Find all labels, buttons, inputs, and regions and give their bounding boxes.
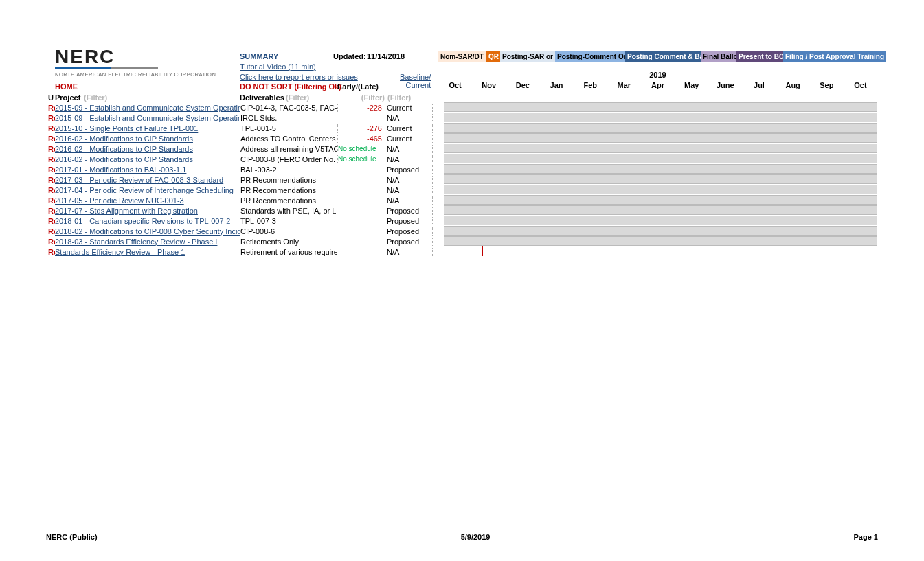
row-prefix: Re bbox=[48, 186, 55, 194]
gantt-row bbox=[444, 133, 877, 143]
month-header: Apr bbox=[641, 81, 675, 89]
deliverables-cell: BAL-003-2 bbox=[240, 165, 337, 174]
project-link[interactable]: 2017-01 - Modifications to BAL-003-1.1 bbox=[55, 165, 186, 174]
status-cell: N/A bbox=[385, 186, 433, 194]
month-header: Jan bbox=[539, 81, 573, 89]
project-link[interactable]: 2015-09 - Establish and Communicate Syst… bbox=[55, 104, 240, 112]
month-header: Feb bbox=[574, 81, 607, 89]
status-cell: Proposed bbox=[385, 227, 433, 236]
report-errors-link[interactable]: Click here to report errors or issues bbox=[240, 73, 358, 81]
project-link[interactable]: Standards Efficiency Review - Phase 1 bbox=[55, 248, 185, 256]
project-link[interactable]: 2018-03 - Standards Efficiency Review - … bbox=[55, 238, 217, 246]
tutorial-link[interactable]: Tutorial Video (11 min) bbox=[240, 62, 316, 71]
project-link[interactable]: 2015-10 - Single Points of Failure TPL-0… bbox=[55, 124, 198, 133]
status-cell: N/A bbox=[385, 155, 433, 163]
deliverables-cell: PR Recommendations bbox=[240, 176, 337, 184]
legend-filing: Filing / Post Approval Training bbox=[783, 51, 886, 62]
baseline-link[interactable]: Baseline/ bbox=[400, 73, 431, 81]
project-link[interactable]: 2017-04 - Periodic Review of Interchange… bbox=[55, 186, 234, 194]
logo-subtitle: NORTH AMERICAN ELECTRIC RELIABILITY CORP… bbox=[55, 71, 216, 78]
col-deliverables-filter[interactable]: (Filter) bbox=[286, 93, 338, 102]
project-link[interactable]: 2016-02 - Modifications to CIP Standards bbox=[55, 155, 193, 163]
row-prefix: Re bbox=[48, 155, 55, 163]
table-row: Re2016-02 - Modifications to CIP Standar… bbox=[48, 144, 433, 154]
col-u: U bbox=[48, 93, 55, 102]
project-link[interactable]: 2018-01 - Canadian-specific Revisions to… bbox=[55, 217, 230, 225]
row-prefix: Re bbox=[48, 114, 55, 122]
project-link[interactable]: 2015-09 - Establish and Communicate Syst… bbox=[55, 114, 240, 122]
project-link[interactable]: 2016-02 - Modifications to CIP Standards bbox=[55, 145, 193, 153]
status-cell: N/A bbox=[385, 176, 433, 184]
status-cell: Proposed bbox=[385, 238, 433, 246]
row-prefix: Re bbox=[48, 135, 55, 143]
gantt-row bbox=[444, 205, 877, 215]
row-prefix: Re bbox=[48, 145, 55, 153]
project-link[interactable]: 2018-02 - Modifications to CIP-008 Cyber… bbox=[55, 227, 240, 236]
row-prefix: Re bbox=[48, 124, 55, 133]
table-row: ReStandards Efficiency Review - Phase 1R… bbox=[48, 247, 433, 257]
gantt-row bbox=[444, 123, 877, 133]
month-header: Oct bbox=[438, 81, 472, 89]
legend-qr: QR bbox=[486, 51, 500, 62]
gantt-row bbox=[444, 185, 877, 194]
gantt-row bbox=[444, 113, 877, 122]
table-row: Re2016-02 - Modifications to CIP Standar… bbox=[48, 154, 433, 164]
current-link[interactable]: Current bbox=[406, 81, 431, 89]
table-row: Re2015-09 - Establish and Communicate Sy… bbox=[48, 102, 433, 113]
month-header: Aug bbox=[776, 81, 810, 89]
gantt-row bbox=[444, 216, 877, 225]
deliverables-cell: Retirement of various requirements bbox=[240, 248, 337, 256]
status-cell: N/A bbox=[385, 114, 433, 122]
project-link[interactable]: 2017-07 - Stds Alignment with Registrati… bbox=[55, 207, 198, 215]
projects-table: Re2015-09 - Establish and Communicate Sy… bbox=[48, 102, 433, 257]
row-prefix: Re bbox=[48, 227, 55, 236]
summary-link[interactable]: SUMMARY bbox=[240, 52, 278, 60]
baseline-current-links: Baseline/ Current bbox=[400, 73, 431, 89]
deliverables-cell: CIP-003-8 (FERC Order No. 843) bbox=[240, 155, 337, 163]
col-status-filter[interactable]: (Filter) bbox=[385, 93, 433, 102]
footer-right: Page 1 bbox=[854, 533, 878, 541]
legend-posting-ballot: Posting Comment & Ballot bbox=[625, 51, 701, 62]
updated-date: 11/14/2018 bbox=[367, 52, 405, 60]
table-row: Re2015-10 - Single Points of Failure TPL… bbox=[48, 123, 433, 133]
table-row: Re2018-01 - Canadian-specific Revisions … bbox=[48, 216, 433, 226]
table-row: Re2017-05 - Periodic Review NUC-001-3PR … bbox=[48, 195, 433, 205]
project-link[interactable]: 2017-03 - Periodic Review of FAC-008-3 S… bbox=[55, 176, 223, 184]
early-late-header: Early/(Late) bbox=[337, 82, 379, 91]
home-label: HOME bbox=[55, 82, 78, 91]
col-early-filter[interactable]: (Filter) bbox=[338, 93, 385, 102]
deliverables-cell: CIP-008-6 bbox=[240, 227, 337, 236]
legend-posting-sar: Posting-SAR or PR bbox=[500, 51, 555, 62]
early-late-cell: No schedule bbox=[337, 145, 385, 152]
status-cell: Proposed bbox=[385, 207, 433, 215]
early-late-cell: -228 bbox=[337, 104, 385, 112]
col-project-filter[interactable]: (Filter) bbox=[82, 93, 240, 102]
gantt-row bbox=[444, 195, 877, 205]
project-link[interactable]: 2016-02 - Modifications to CIP Standards bbox=[55, 135, 193, 143]
gantt-row bbox=[444, 144, 877, 153]
early-late-cell: -276 bbox=[337, 124, 385, 133]
gantt-row bbox=[444, 164, 877, 174]
page-footer: NERC (Public) 5/9/2019 Page 1 bbox=[46, 533, 878, 541]
month-header-row: OctNovDecJanFebMarAprMayJuneJulAugSepOct bbox=[438, 81, 877, 89]
project-link[interactable]: 2017-05 - Periodic Review NUC-001-3 bbox=[55, 196, 184, 205]
row-prefix: Re bbox=[48, 165, 55, 174]
legend-final-ballot: Final Ballot bbox=[701, 51, 736, 62]
deliverables-cell: IROL Stds. bbox=[240, 114, 337, 122]
gantt-chart bbox=[444, 102, 877, 257]
table-row: Re2016-02 - Modifications to CIP Standar… bbox=[48, 133, 433, 144]
deliverables-cell: PR Recommendations bbox=[240, 196, 337, 205]
deliverables-cell: TPL-007-3 bbox=[240, 217, 337, 225]
month-header: Mar bbox=[607, 81, 641, 89]
today-marker bbox=[482, 246, 483, 256]
table-row: Re2017-03 - Periodic Review of FAC-008-3… bbox=[48, 174, 433, 185]
row-prefix: Re bbox=[48, 196, 55, 205]
row-prefix: Re bbox=[48, 217, 55, 225]
legend-posting-comment: Posting-Comment Only bbox=[555, 51, 625, 62]
gantt-row bbox=[444, 226, 877, 236]
row-prefix: Re bbox=[48, 248, 55, 256]
deliverables-cell: Retirements Only bbox=[240, 238, 337, 246]
month-header: Oct bbox=[844, 81, 877, 89]
deliverables-cell: PR Recommendations bbox=[240, 186, 337, 194]
row-prefix: Re bbox=[48, 176, 55, 184]
